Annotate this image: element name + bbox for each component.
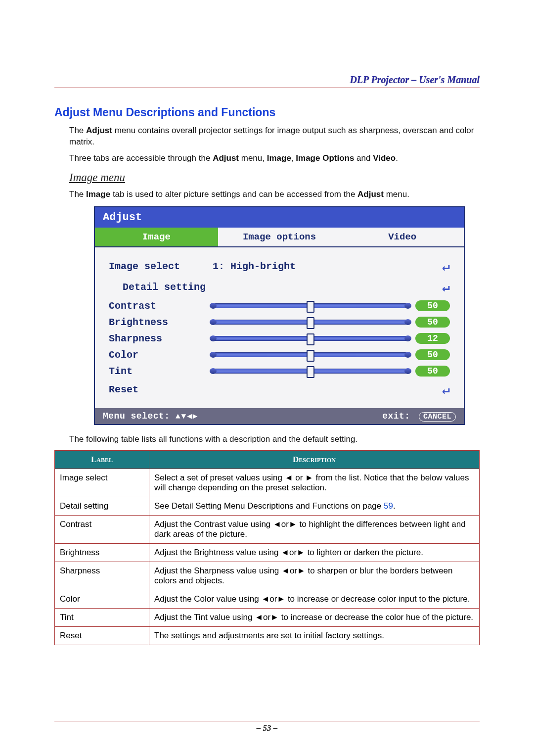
label-image-select: Image select <box>109 261 208 272</box>
text: . <box>396 153 398 163</box>
readout-brightness: 50 <box>415 317 450 328</box>
manual-page: DLP Projector – User's Manual Adjust Men… <box>0 0 534 756</box>
row-contrast[interactable]: Contrast 50 <box>109 298 450 314</box>
cell-desc: See Detail Setting Menu Descriptions and… <box>149 497 480 515</box>
readout-sharpness: 12 <box>415 333 450 344</box>
cell-label: Color <box>55 590 149 608</box>
slider-brightness[interactable] <box>213 320 408 325</box>
intro-paragraph-1: The Adjust menu contains overall project… <box>69 125 480 148</box>
intro-paragraph-2: Three tabs are accessible through the Ad… <box>69 153 480 164</box>
cell-label: Image select <box>55 469 149 497</box>
slider-thumb[interactable] <box>307 366 314 378</box>
slider-thumb[interactable] <box>307 350 314 362</box>
label-tint: Tint <box>109 366 208 377</box>
image-menu-intro: The Image tab is used to alter picture s… <box>69 189 480 200</box>
row-reset[interactable]: Reset ↵ <box>109 379 450 400</box>
label-detail-setting: Detail setting <box>109 282 222 293</box>
slider-thumb[interactable] <box>307 301 314 313</box>
cell-desc: Adjust the Sharpness value using ◄or► to… <box>149 562 480 590</box>
label-color: Color <box>109 349 208 361</box>
row-tint[interactable]: Tint 50 <box>109 363 450 379</box>
row-color[interactable]: Color 50 <box>109 347 450 363</box>
osd-title: Adjust <box>95 207 464 228</box>
readout-color: 50 <box>415 349 450 360</box>
page-ref-link[interactable]: 59 <box>384 501 393 511</box>
cell-label: Reset <box>55 626 149 645</box>
label-contrast: Contrast <box>109 300 208 312</box>
cell-desc: Adjust the Color value using ◄or► to inc… <box>149 590 480 608</box>
row-sharpness[interactable]: Sharpness 12 <box>109 331 450 347</box>
header-rule <box>54 88 480 88</box>
cell-label: Brightness <box>55 543 149 562</box>
readout-contrast: 50 <box>415 300 450 311</box>
label-brightness: Brightness <box>109 317 208 328</box>
enter-icon: ↵ <box>430 259 450 275</box>
tab-image[interactable]: Image <box>95 228 218 246</box>
text: Three tabs are accessible through the <box>69 153 213 163</box>
slider-thumb[interactable] <box>307 333 314 345</box>
footer-menu-select: Menu select: <box>103 411 170 421</box>
table-row: Detail settingSee Detail Setting Menu De… <box>55 497 480 515</box>
enter-icon: ↵ <box>430 382 450 398</box>
table-row: ResetThe settings and adjustments are se… <box>55 626 480 645</box>
table-row: BrightnessAdjust the Brightness value us… <box>55 543 480 562</box>
enter-icon: ↵ <box>430 280 450 295</box>
table-row: ContrastAdjust the Contrast value using … <box>55 515 480 543</box>
row-brightness[interactable]: Brightness 50 <box>109 314 450 331</box>
label-sharpness: Sharpness <box>109 333 208 344</box>
table-row: Image selectSelect a set of preset value… <box>55 469 480 497</box>
slider-color[interactable] <box>213 352 408 357</box>
footer-exit-label: exit: <box>382 411 410 421</box>
cell-label: Contrast <box>55 515 149 543</box>
table-row: TintAdjust the Tint value using ◄or► to … <box>55 608 480 626</box>
osd-footer: Menu select: ▲▼◀▶ exit: CANCEL <box>95 408 464 424</box>
row-detail-setting[interactable]: Detail setting ↵ <box>109 277 450 298</box>
slider-tint[interactable] <box>213 369 408 374</box>
cell-desc: Adjust the Brightness value using ◄or► t… <box>149 543 480 562</box>
text-bold: Adjust <box>213 153 239 163</box>
slider-sharpness[interactable] <box>213 336 408 341</box>
cell-desc: Adjust the Contrast value using ◄or► to … <box>149 515 480 543</box>
th-description: Description <box>149 450 480 469</box>
row-image-select[interactable]: Image select 1: High-bright ↵ <box>109 256 450 277</box>
text-bold: Image <box>86 189 110 199</box>
text-bold: Image <box>267 153 291 163</box>
text: and <box>354 153 373 163</box>
text: , <box>291 153 296 163</box>
value-image-select: 1: High-bright <box>208 261 430 272</box>
osd-body: Image select 1: High-bright ↵ Detail set… <box>95 247 464 408</box>
arrow-icons: ▲▼◀▶ <box>176 412 198 421</box>
tab-image-options[interactable]: Image options <box>218 228 341 246</box>
section-heading: Adjust Menu Descriptions and Functions <box>54 106 480 119</box>
table-row: SharpnessAdjust the Sharpness value usin… <box>55 562 480 590</box>
text: menu. <box>384 189 409 199</box>
table-row: ColorAdjust the Color value using ◄or► t… <box>55 590 480 608</box>
cell-desc: Adjust the Tint value using ◄or► to incr… <box>149 608 480 626</box>
cell-label: Sharpness <box>55 562 149 590</box>
text: The <box>69 126 86 135</box>
text-bold: Adjust <box>86 126 112 135</box>
slider-contrast[interactable] <box>213 303 408 308</box>
page-number: – 53 – <box>0 723 534 733</box>
sub-heading-image-menu: Image menu <box>69 171 480 184</box>
readout-tint: 50 <box>415 366 450 377</box>
footer-rule <box>54 721 480 721</box>
osd-tabs: Image Image options Video <box>95 228 464 247</box>
text: menu contains overall projector settings… <box>69 126 474 146</box>
text: . <box>393 501 396 511</box>
page-header-title: DLP Projector – User's Manual <box>54 74 480 86</box>
text-bold: Adjust <box>357 189 384 199</box>
text: The <box>69 189 86 199</box>
slider-thumb[interactable] <box>307 317 314 329</box>
text: tab is used to alter picture settings an… <box>110 189 357 199</box>
cancel-button[interactable]: CANCEL <box>419 412 456 422</box>
osd-panel: Adjust Image Image options Video Image s… <box>94 206 465 425</box>
text: menu, <box>239 153 267 163</box>
cell-desc: The settings and adjustments are set to … <box>149 626 480 645</box>
text: See Detail Setting Menu Descriptions and… <box>154 501 384 511</box>
cell-desc: Select a set of preset values using ◄ or… <box>149 469 480 497</box>
tab-video[interactable]: Video <box>341 228 464 246</box>
cell-label: Detail setting <box>55 497 149 515</box>
text-bold: Video <box>373 153 396 163</box>
label-reset: Reset <box>109 384 208 395</box>
